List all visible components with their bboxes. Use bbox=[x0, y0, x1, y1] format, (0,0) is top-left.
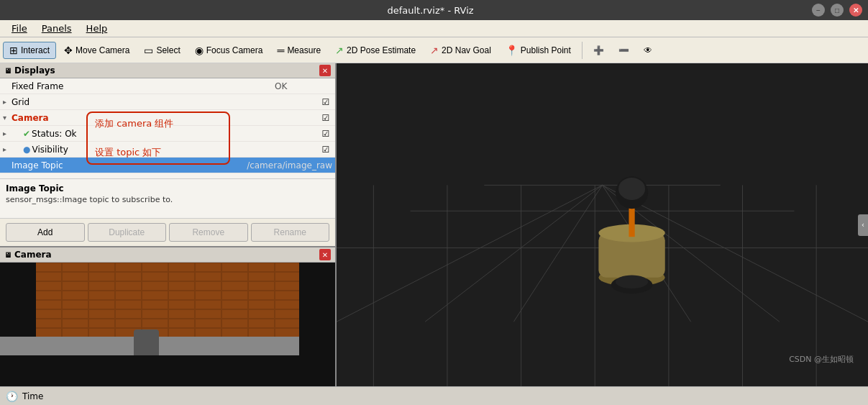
tool-publish-point-label: Publish Point bbox=[521, 45, 571, 55]
tool-remove[interactable]: ➖ bbox=[612, 42, 636, 58]
menu-help[interactable]: Help bbox=[79, 22, 115, 35]
toolbar-separator bbox=[582, 42, 583, 59]
eye-icon: 👁 bbox=[644, 45, 652, 55]
row-name-status: Status: Ok bbox=[32, 129, 319, 139]
tree-row-status[interactable]: ▸ ✔ Status: Ok ☑ bbox=[0, 126, 335, 142]
grid-canvas bbox=[337, 63, 868, 386]
tool-measure-label: Measure bbox=[287, 45, 321, 55]
menubar: File Panels Help bbox=[0, 20, 868, 37]
remove-icon: ➖ bbox=[618, 45, 629, 55]
toolbar: ⊞ Interact ✥ Move Camera ▭ Select ◉ Focu… bbox=[0, 37, 868, 63]
menu-file[interactable]: File bbox=[4, 22, 35, 35]
status-label: Time bbox=[22, 391, 43, 401]
view-scroll-handle[interactable]: ‹ bbox=[858, 214, 868, 236]
grid-checkbox[interactable]: ☑ bbox=[319, 97, 332, 107]
row-value-fixed-frame: OK bbox=[275, 81, 332, 91]
tool-add[interactable]: ➕ bbox=[587, 42, 611, 58]
close-button[interactable]: ✕ bbox=[849, 4, 862, 17]
svg-line-5 bbox=[425, 185, 602, 322]
tool-2d-nav-label: 2D Nav Goal bbox=[442, 45, 491, 55]
row-name-camera: Camera bbox=[12, 113, 319, 123]
tool-focus-camera-label: Focus Camera bbox=[206, 45, 263, 55]
camera-panel: 🖥 Camera ✕ bbox=[0, 246, 335, 386]
rename-button[interactable]: Rename bbox=[251, 223, 330, 242]
titlebar: default.rviz* - RViz − □ ✕ bbox=[0, 0, 868, 20]
info-area: Image Topic sensor_msgs::Image topic to … bbox=[0, 178, 335, 218]
tool-interact[interactable]: ⊞ Interact bbox=[3, 42, 56, 59]
watermark: CSDN @生如昭顿 bbox=[789, 354, 854, 365]
window-controls: − □ ✕ bbox=[812, 4, 862, 17]
tool-publish-point[interactable]: 📍 Publish Point bbox=[499, 42, 577, 59]
publish-icon: 📍 bbox=[506, 45, 518, 56]
action-buttons: Add Duplicate Remove Rename bbox=[0, 218, 335, 246]
menu-panels[interactable]: Panels bbox=[35, 22, 79, 35]
visibility-dot-icon: ● bbox=[23, 145, 30, 155]
svg-line-3 bbox=[337, 185, 602, 322]
displays-close-button[interactable]: ✕ bbox=[319, 65, 331, 76]
row-name-visibility: Visibility bbox=[32, 145, 319, 155]
window-title: default.rviz* - RViz bbox=[49, 5, 812, 16]
displays-tree[interactable]: Fixed Frame OK ▸ Grid ☑ ▾ Camera ☑ bbox=[0, 78, 335, 178]
displays-icon: 🖥 bbox=[4, 67, 12, 75]
row-name-grid: Grid bbox=[12, 97, 319, 107]
row-name-fixed-frame: Fixed Frame bbox=[12, 81, 275, 91]
tool-interact-label: Interact bbox=[21, 45, 50, 55]
cam-brick-wall bbox=[36, 263, 335, 337]
tree-row-fixed-frame[interactable]: Fixed Frame OK bbox=[0, 78, 335, 94]
camera-close-button[interactable]: ✕ bbox=[319, 249, 331, 260]
duplicate-button[interactable]: Duplicate bbox=[88, 223, 167, 242]
info-title: Image Topic bbox=[6, 183, 329, 194]
camera-checkbox[interactable]: ☑ bbox=[319, 113, 332, 123]
add-icon: ➕ bbox=[593, 45, 604, 55]
select-icon: ▭ bbox=[144, 45, 153, 56]
displays-title-group: 🖥 Displays bbox=[4, 65, 55, 76]
row-value-image-topic: /camera/image_raw bbox=[247, 160, 332, 170]
3d-view[interactable]: ‹ CSDN @生如昭顿 bbox=[337, 63, 868, 386]
camera-panel-icon: 🖥 bbox=[4, 251, 12, 259]
minimize-button[interactable]: − bbox=[812, 4, 825, 17]
statusbar: 🕐 Time bbox=[0, 386, 868, 405]
tree-row-grid[interactable]: ▸ Grid ☑ bbox=[0, 94, 335, 110]
cam-bottom-black bbox=[0, 355, 335, 386]
camera-expand-icon: ▾ bbox=[3, 114, 12, 122]
info-description: sensor_msgs::Image topic to subscribe to… bbox=[6, 195, 329, 204]
main-layout: 🖥 Displays ✕ Fixed Frame OK ▸ Grid bbox=[0, 63, 868, 386]
move-camera-icon: ✥ bbox=[64, 45, 73, 56]
robot-wheel-inner bbox=[616, 276, 648, 288]
tool-2d-pose[interactable]: ↗ 2D Pose Estimate bbox=[329, 42, 422, 59]
tool-move-camera-label: Move Camera bbox=[76, 45, 129, 55]
pose-icon: ↗ bbox=[335, 45, 344, 56]
displays-title: Displays bbox=[14, 65, 55, 76]
nav-icon: ↗ bbox=[430, 45, 439, 56]
tool-2d-nav[interactable]: ↗ 2D Nav Goal bbox=[424, 42, 498, 59]
tool-move-camera[interactable]: ✥ Move Camera bbox=[58, 42, 136, 59]
tool-2d-pose-label: 2D Pose Estimate bbox=[347, 45, 416, 55]
measure-icon: ═ bbox=[277, 45, 284, 56]
tool-select[interactable]: ▭ Select bbox=[137, 42, 186, 59]
camera-view bbox=[0, 263, 335, 386]
remove-button[interactable]: Remove bbox=[169, 223, 248, 242]
status-checkbox[interactable]: ☑ bbox=[319, 129, 332, 139]
focus-camera-icon: ◉ bbox=[195, 45, 204, 56]
tool-focus-camera[interactable]: ◉ Focus Camera bbox=[188, 42, 270, 59]
maximize-button[interactable]: □ bbox=[831, 4, 844, 17]
visibility-checkbox[interactable]: ☑ bbox=[319, 145, 332, 155]
row-name-image-topic: Image Topic bbox=[12, 160, 247, 170]
grid-expand-icon: ▸ bbox=[3, 98, 12, 106]
displays-section: 🖥 Displays ✕ Fixed Frame OK ▸ Grid bbox=[0, 63, 335, 246]
left-panel: 🖥 Displays ✕ Fixed Frame OK ▸ Grid bbox=[0, 63, 337, 386]
status-expand-icon: ▸ bbox=[3, 129, 12, 137]
tool-measure[interactable]: ═ Measure bbox=[270, 42, 327, 59]
displays-header: 🖥 Displays ✕ bbox=[0, 63, 335, 78]
add-button[interactable]: Add bbox=[6, 223, 85, 242]
svg-line-6 bbox=[513, 185, 602, 322]
camera-title-group: 🖥 Camera bbox=[4, 250, 52, 260]
tree-row-camera[interactable]: ▾ Camera ☑ bbox=[0, 110, 335, 126]
time-icon: 🕐 bbox=[6, 391, 18, 402]
tree-row-visibility[interactable]: ▸ ● Visibility ☑ bbox=[0, 142, 335, 158]
camera-panel-title: Camera bbox=[14, 250, 52, 260]
interact-icon: ⊞ bbox=[9, 45, 18, 56]
tree-row-image-topic[interactable]: Image Topic /camera/image_raw bbox=[0, 158, 335, 173]
tool-select-label: Select bbox=[156, 45, 180, 55]
tool-eye[interactable]: 👁 bbox=[637, 42, 659, 58]
